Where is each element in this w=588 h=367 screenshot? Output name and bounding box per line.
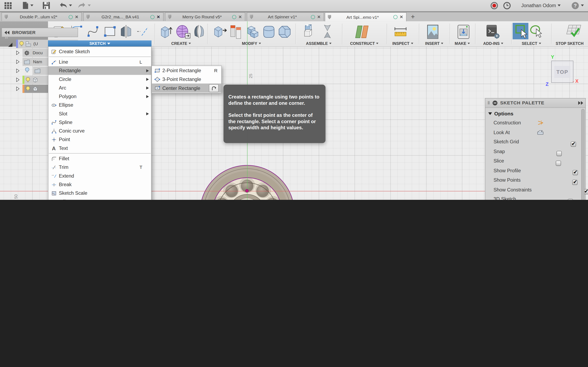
menu-item-break[interactable]: Break bbox=[48, 180, 151, 189]
menu-item-arc[interactable]: Arc bbox=[48, 83, 151, 92]
collapsed-triangle-icon[interactable] bbox=[16, 86, 20, 91]
modify-group-label[interactable]: MODIFY bbox=[208, 40, 296, 46]
tab-double-pendulum[interactable]: Double P...ulum v2* ✕ bbox=[1, 12, 82, 21]
insert-image-toolbar-icon[interactable] bbox=[427, 24, 439, 39]
look-at-icon[interactable] bbox=[537, 130, 544, 135]
browser-header[interactable]: BROWSER bbox=[1, 28, 78, 37]
tab-close-icon[interactable]: ✕ bbox=[156, 15, 160, 19]
construct-plane-toolbar-icon[interactable] bbox=[355, 24, 371, 39]
create-group-label[interactable]: CREATE bbox=[155, 40, 208, 46]
3d-sketch-checkbox[interactable] bbox=[568, 199, 573, 200]
menu-item-text[interactable]: A Text bbox=[48, 144, 151, 152]
submenu-item-2-point-rectangle[interactable]: 2-Point Rectangle R bbox=[152, 66, 221, 75]
press-pull-toolbar-icon[interactable] bbox=[213, 24, 228, 39]
rectangle-toolbar-icon[interactable] bbox=[104, 25, 116, 38]
combine-toolbar-icon[interactable] bbox=[245, 24, 260, 39]
file-icon[interactable] bbox=[22, 2, 28, 9]
save-icon[interactable] bbox=[43, 2, 50, 9]
select-group-label[interactable]: SELECT bbox=[511, 40, 551, 46]
loft-toolbar-icon[interactable] bbox=[193, 24, 207, 39]
tab-close-icon[interactable]: ✕ bbox=[238, 15, 242, 19]
visibility-bulb-icon[interactable] bbox=[19, 41, 24, 47]
undo-icon[interactable] bbox=[59, 2, 67, 8]
measure-toolbar-icon[interactable] bbox=[394, 26, 407, 37]
fillet-toolbar-icon[interactable] bbox=[262, 24, 276, 39]
collapse-panel-icon[interactable] bbox=[4, 31, 10, 34]
menu-item-line[interactable]: Line L bbox=[48, 58, 151, 66]
collapsed-triangle-icon[interactable] bbox=[16, 50, 20, 55]
make-group-label[interactable]: MAKE bbox=[450, 40, 475, 46]
collapsed-triangle-icon[interactable] bbox=[16, 59, 20, 64]
chamfer-toolbar-icon[interactable] bbox=[277, 24, 292, 39]
menu-item-polygon[interactable]: Polygon bbox=[48, 92, 151, 101]
assemble-group-label[interactable]: ASSEMBLE bbox=[295, 40, 342, 46]
show-profile-checkbox[interactable] bbox=[573, 170, 578, 175]
app-grid-icon[interactable] bbox=[4, 2, 12, 9]
tab-art-spinner[interactable]: Art Spinner v1* ✕ bbox=[247, 12, 324, 21]
expand-triangle-icon[interactable] bbox=[8, 43, 12, 47]
menu-item-circle[interactable]: Circle bbox=[48, 75, 151, 83]
clock-icon[interactable] bbox=[503, 2, 511, 9]
tab-merry-go-round[interactable]: Merry Go Round v5* ✕ bbox=[165, 12, 245, 21]
insert-group-label[interactable]: INSERT bbox=[419, 40, 450, 46]
stop-sketch-toolbar-icon[interactable] bbox=[563, 24, 583, 40]
stop-sketch-group-label[interactable]: STOP SKETCH bbox=[551, 40, 588, 46]
marquee-select-toolbar-icon[interactable] bbox=[515, 24, 527, 39]
tab-close-icon[interactable]: ✕ bbox=[317, 15, 320, 19]
record-icon[interactable] bbox=[490, 2, 498, 9]
make-3dprint-toolbar-icon[interactable] bbox=[457, 24, 470, 39]
user-name[interactable]: Jonathan Odom bbox=[521, 3, 556, 8]
repeat-command-button[interactable] bbox=[209, 84, 219, 92]
palette-expand-icon[interactable] bbox=[578, 101, 583, 105]
joint-toolbar-icon[interactable] bbox=[322, 24, 333, 39]
origin-point[interactable] bbox=[245, 189, 249, 193]
appearance-toolbar-icon[interactable] bbox=[229, 24, 242, 39]
addins-group-label[interactable]: ADD-INS bbox=[475, 40, 511, 46]
menu-item-create-sketch[interactable]: Create Sketch bbox=[48, 47, 151, 56]
spline-toolbar-icon[interactable] bbox=[87, 25, 100, 38]
menu-item-sketch-scale[interactable]: Sketch Scale bbox=[48, 189, 151, 197]
viewcube-top-face[interactable]: TOP bbox=[554, 66, 571, 78]
sketch-grid-checkbox[interactable] bbox=[571, 141, 576, 147]
construction-icon[interactable] bbox=[537, 120, 544, 125]
show-points-checkbox[interactable] bbox=[572, 180, 578, 185]
collapsed-triangle-icon[interactable] bbox=[16, 77, 20, 82]
options-section-header[interactable]: Options bbox=[485, 108, 585, 118]
new-component-toolbar-icon[interactable] bbox=[302, 24, 318, 39]
visibility-bulb-off-icon[interactable] bbox=[25, 67, 30, 73]
menu-item-offset[interactable]: Offset O bbox=[48, 197, 151, 200]
undo-menu-caret[interactable] bbox=[69, 4, 72, 6]
menu-item-ellipse[interactable]: Ellipse bbox=[48, 101, 151, 109]
extrude-toolbar-icon[interactable] bbox=[159, 24, 173, 39]
palette-collapse-icon[interactable] bbox=[492, 100, 498, 106]
menu-item-conic-curve[interactable]: Conic curve bbox=[48, 127, 151, 135]
redo-menu-caret[interactable] bbox=[88, 4, 91, 6]
redo-icon[interactable] bbox=[78, 2, 86, 8]
viewcube[interactable]: TOP bbox=[551, 61, 573, 83]
lasso-select-toolbar-icon[interactable] bbox=[529, 24, 542, 39]
collapsed-triangle-icon[interactable] bbox=[16, 68, 20, 73]
menu-item-spline[interactable]: Spline bbox=[48, 118, 151, 127]
visibility-bulb-icon[interactable] bbox=[26, 77, 30, 83]
submenu-item-center-rectangle[interactable]: Center Rectangle bbox=[152, 83, 221, 92]
new-tab-button[interactable]: + bbox=[411, 13, 415, 21]
sketch-group-header[interactable]: SKETCH bbox=[48, 40, 151, 46]
addins-toolbar-icon[interactable] bbox=[486, 24, 500, 39]
tab-close-icon[interactable]: ✕ bbox=[75, 15, 78, 19]
help-icon[interactable]: ? bbox=[571, 2, 579, 9]
tab-art-spinner-demo-active[interactable]: Art Spi...emo v1* ✕ bbox=[325, 12, 406, 21]
submenu-item-3-point-rectangle[interactable]: 3-Point Rectangle bbox=[152, 75, 221, 83]
menu-item-fillet[interactable]: Fillet bbox=[48, 154, 151, 163]
palette-header[interactable]: ‖ SKETCH PALETTE bbox=[485, 99, 585, 108]
slice-checkbox[interactable] bbox=[556, 160, 561, 166]
construct-group-label[interactable]: CONSTRUCT bbox=[342, 40, 387, 46]
tab-close-icon[interactable]: ✕ bbox=[400, 15, 403, 20]
snap-checkbox[interactable] bbox=[557, 151, 562, 156]
menu-item-point[interactable]: Point bbox=[48, 135, 151, 144]
menu-item-trim[interactable]: Trim T bbox=[48, 163, 151, 171]
file-menu-caret[interactable] bbox=[30, 4, 34, 6]
menu-item-extend[interactable]: Extend bbox=[48, 171, 151, 180]
user-menu-caret[interactable] bbox=[558, 4, 561, 6]
menu-item-rectangle[interactable]: Rectangle bbox=[48, 66, 151, 75]
tab-g2r2[interactable]: G2r2_ma..._BA v41 ✕ bbox=[83, 12, 164, 21]
